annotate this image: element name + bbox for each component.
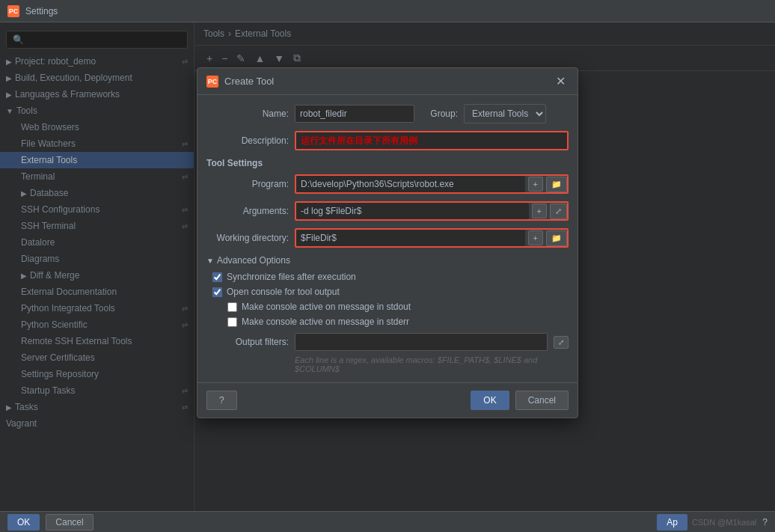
- bottom-right: Ap CSDN @M1kasal: [657, 514, 756, 531]
- arguments-add-button[interactable]: +: [532, 204, 547, 218]
- advanced-label: Advanced Options: [217, 255, 290, 266]
- open-console-checkbox[interactable]: [212, 287, 222, 297]
- bottom-cancel-button[interactable]: Cancel: [46, 514, 93, 531]
- tool-settings-header: Tool Settings: [206, 158, 569, 168]
- program-input-container: + 📁: [295, 174, 569, 194]
- output-filters-expand-button[interactable]: ⤢: [554, 336, 569, 349]
- program-label: Program:: [206, 179, 289, 189]
- dialog-title-bar: PC Create Tool ✕: [197, 68, 578, 95]
- group-label: Group:: [420, 108, 458, 119]
- name-row: Name: Group: External Tools: [206, 104, 569, 123]
- bottom-apply-button[interactable]: Ap: [657, 514, 687, 531]
- hint-text: Each line is a regex, available macros: …: [295, 355, 569, 373]
- dialog-body: Name: Group: External Tools Description:…: [197, 95, 578, 382]
- sync-files-label: Synchronize files after execution: [227, 272, 356, 282]
- output-filters-input[interactable]: [295, 333, 548, 351]
- make-active-stdout-row: Make console active on message in stdout: [227, 302, 569, 312]
- create-tool-dialog: PC Create Tool ✕ Name: Group: External T…: [197, 67, 578, 418]
- bottom-bar: OK Cancel Ap CSDN @M1kasal ?: [0, 511, 775, 532]
- group-select[interactable]: External Tools: [464, 104, 546, 123]
- dialog-ok-button[interactable]: OK: [471, 391, 509, 410]
- arguments-row: Arguments: + ⤢: [206, 201, 569, 221]
- dialog-help-button[interactable]: ?: [206, 391, 237, 410]
- open-console-row: Open console for tool output: [212, 287, 569, 297]
- description-label: Description:: [206, 135, 289, 146]
- dialog-footer: ? OK Cancel: [197, 382, 578, 418]
- name-input[interactable]: [295, 105, 414, 123]
- working-dir-input-container: + 📁: [295, 228, 569, 248]
- program-browse-button[interactable]: 📁: [546, 177, 567, 192]
- make-active-stderr-label: Make console active on message in stderr: [242, 317, 409, 327]
- arguments-label: Arguments:: [206, 206, 289, 216]
- advanced-header[interactable]: ▼ Advanced Options: [206, 255, 569, 266]
- arguments-input-container: + ⤢: [295, 201, 569, 221]
- make-active-stderr-checkbox[interactable]: [227, 317, 237, 327]
- dialog-close-button[interactable]: ✕: [553, 74, 569, 88]
- working-dir-input[interactable]: [296, 230, 525, 246]
- help-icon[interactable]: ?: [762, 517, 768, 528]
- make-active-stderr-row: Make console active on message in stderr: [227, 317, 569, 327]
- advanced-arrow: ▼: [206, 257, 214, 265]
- dialog-overlay: PC Create Tool ✕ Name: Group: External T…: [0, 22, 775, 511]
- advanced-section: ▼ Advanced Options Synchronize files aft…: [206, 255, 569, 373]
- working-dir-label: Working directory:: [206, 233, 289, 243]
- dialog-title-text: Create Tool: [224, 76, 547, 87]
- sync-files-checkbox[interactable]: [212, 272, 222, 282]
- program-add-button[interactable]: +: [528, 177, 543, 192]
- program-row: Program: + 📁: [206, 174, 569, 194]
- app-title: Settings: [25, 6, 58, 16]
- program-input[interactable]: [296, 176, 525, 192]
- description-input[interactable]: [295, 131, 569, 150]
- app-icon: PC: [7, 5, 19, 17]
- make-active-stdout-label: Make console active on message in stdout: [242, 302, 411, 312]
- working-dir-row: Working directory: + 📁: [206, 228, 569, 248]
- name-label: Name:: [206, 108, 289, 119]
- bottom-ok-button[interactable]: OK: [7, 514, 40, 531]
- title-bar: PC Settings: [0, 0, 775, 22]
- dialog-cancel-button[interactable]: Cancel: [515, 391, 569, 410]
- content-area: Tools › External Tools + − ✎ ▲ ▼ ⧉ Exter…: [194, 22, 775, 532]
- watermark: CSDN @M1kasal: [692, 518, 756, 527]
- description-row: Description:: [206, 131, 569, 150]
- sync-files-row: Synchronize files after execution: [212, 272, 569, 282]
- open-console-label: Open console for tool output: [227, 287, 340, 297]
- working-dir-add-button[interactable]: +: [528, 230, 543, 245]
- working-dir-browse-button[interactable]: 📁: [546, 230, 567, 246]
- output-filters-label: Output filters:: [206, 337, 289, 347]
- output-filters-row: Output filters: ⤢: [206, 333, 569, 351]
- dialog-app-icon: PC: [206, 76, 218, 88]
- arguments-input[interactable]: [296, 203, 529, 219]
- make-active-stdout-checkbox[interactable]: [227, 302, 237, 312]
- arguments-expand-button[interactable]: ⤢: [550, 204, 567, 219]
